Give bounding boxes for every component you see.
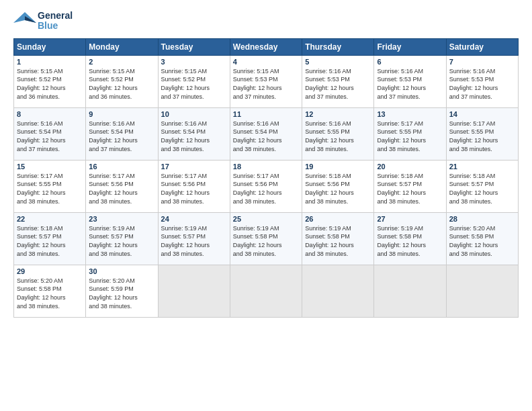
day-number: 3 (161, 58, 227, 66)
day-info: Sunrise: 5:15 AM Sunset: 5:52 PM Dayligh… (89, 67, 154, 101)
day-number: 9 (89, 110, 154, 118)
day-number: 17 (161, 163, 227, 171)
calendar-cell: 13Sunrise: 5:17 AM Sunset: 5:55 PM Dayli… (374, 107, 446, 160)
calendar-cell (302, 265, 374, 317)
svg-marker-1 (25, 16, 36, 23)
calendar-header-row: SundayMondayTuesdayWednesdayThursdayFrid… (14, 38, 519, 55)
weekday-header-wednesday: Wednesday (230, 38, 302, 55)
day-number: 14 (449, 110, 515, 118)
day-info: Sunrise: 5:18 AM Sunset: 5:57 PM Dayligh… (17, 224, 83, 258)
calendar-cell: 10Sunrise: 5:16 AM Sunset: 5:54 PM Dayli… (158, 107, 230, 160)
calendar-week-4: 22Sunrise: 5:18 AM Sunset: 5:57 PM Dayli… (14, 212, 519, 265)
day-info: Sunrise: 5:17 AM Sunset: 5:56 PM Dayligh… (161, 172, 227, 205)
day-info: Sunrise: 5:15 AM Sunset: 5:53 PM Dayligh… (233, 67, 299, 101)
day-number: 1 (17, 58, 83, 66)
calendar-week-5: 29Sunrise: 5:20 AM Sunset: 5:58 PM Dayli… (14, 265, 519, 317)
calendar-cell: 28Sunrise: 5:20 AM Sunset: 5:58 PM Dayli… (446, 212, 518, 265)
day-number: 4 (233, 58, 299, 66)
day-info: Sunrise: 5:19 AM Sunset: 5:57 PM Dayligh… (161, 224, 227, 258)
day-info: Sunrise: 5:17 AM Sunset: 5:55 PM Dayligh… (17, 172, 83, 205)
day-info: Sunrise: 5:19 AM Sunset: 5:57 PM Dayligh… (89, 224, 154, 258)
calendar-cell: 1Sunrise: 5:15 AM Sunset: 5:52 PM Daylig… (14, 55, 86, 107)
day-number: 30 (89, 267, 154, 275)
calendar-week-3: 15Sunrise: 5:17 AM Sunset: 5:55 PM Dayli… (14, 160, 519, 212)
day-info: Sunrise: 5:17 AM Sunset: 5:56 PM Dayligh… (89, 172, 154, 205)
day-number: 23 (89, 215, 154, 223)
day-number: 19 (305, 163, 371, 171)
calendar-cell: 15Sunrise: 5:17 AM Sunset: 5:55 PM Dayli… (14, 160, 86, 212)
calendar-cell: 3Sunrise: 5:15 AM Sunset: 5:52 PM Daylig… (158, 55, 230, 107)
calendar-cell: 5Sunrise: 5:16 AM Sunset: 5:53 PM Daylig… (302, 55, 374, 107)
day-number: 28 (449, 215, 515, 223)
day-number: 24 (161, 215, 227, 223)
day-info: Sunrise: 5:16 AM Sunset: 5:55 PM Dayligh… (305, 120, 371, 153)
day-info: Sunrise: 5:16 AM Sunset: 5:54 PM Dayligh… (17, 120, 83, 153)
day-number: 10 (161, 110, 227, 118)
calendar-cell: 4Sunrise: 5:15 AM Sunset: 5:53 PM Daylig… (230, 55, 302, 107)
calendar-cell: 23Sunrise: 5:19 AM Sunset: 5:57 PM Dayli… (86, 212, 158, 265)
calendar-cell: 8Sunrise: 5:16 AM Sunset: 5:54 PM Daylig… (14, 107, 86, 160)
calendar-cell: 7Sunrise: 5:16 AM Sunset: 5:53 PM Daylig… (446, 55, 518, 107)
calendar-cell: 22Sunrise: 5:18 AM Sunset: 5:57 PM Dayli… (14, 212, 86, 265)
logo-bird-icon (13, 11, 36, 31)
calendar-cell: 19Sunrise: 5:18 AM Sunset: 5:56 PM Dayli… (302, 160, 374, 212)
logo-blue: Blue (38, 21, 73, 31)
day-number: 15 (17, 163, 83, 171)
calendar-week-2: 8Sunrise: 5:16 AM Sunset: 5:54 PM Daylig… (14, 107, 519, 160)
weekday-header-sunday: Sunday (14, 38, 86, 55)
day-number: 16 (89, 163, 154, 171)
day-number: 25 (233, 215, 299, 223)
day-info: Sunrise: 5:16 AM Sunset: 5:54 PM Dayligh… (161, 120, 227, 153)
calendar-cell: 24Sunrise: 5:19 AM Sunset: 5:57 PM Dayli… (158, 212, 230, 265)
calendar-cell (158, 265, 230, 317)
day-info: Sunrise: 5:16 AM Sunset: 5:53 PM Dayligh… (377, 67, 443, 101)
day-info: Sunrise: 5:20 AM Sunset: 5:58 PM Dayligh… (17, 277, 83, 310)
calendar-cell: 16Sunrise: 5:17 AM Sunset: 5:56 PM Dayli… (86, 160, 158, 212)
calendar-cell (446, 265, 518, 317)
day-info: Sunrise: 5:18 AM Sunset: 5:57 PM Dayligh… (377, 172, 443, 205)
day-number: 26 (305, 215, 371, 223)
page: General Blue SundayMondayTuesdayWednesda… (0, 0, 532, 411)
day-info: Sunrise: 5:15 AM Sunset: 5:52 PM Dayligh… (161, 67, 227, 101)
day-number: 8 (17, 110, 83, 118)
calendar-cell: 11Sunrise: 5:16 AM Sunset: 5:54 PM Dayli… (230, 107, 302, 160)
calendar-cell: 29Sunrise: 5:20 AM Sunset: 5:58 PM Dayli… (14, 265, 86, 317)
day-number: 21 (449, 163, 515, 171)
day-number: 6 (377, 58, 443, 66)
header: General Blue (13, 11, 519, 32)
calendar-cell: 26Sunrise: 5:19 AM Sunset: 5:58 PM Dayli… (302, 212, 374, 265)
day-number: 12 (305, 110, 371, 118)
weekday-header-tuesday: Tuesday (158, 38, 230, 55)
day-info: Sunrise: 5:16 AM Sunset: 5:53 PM Dayligh… (449, 67, 515, 101)
day-number: 27 (377, 215, 443, 223)
calendar-cell: 18Sunrise: 5:17 AM Sunset: 5:56 PM Dayli… (230, 160, 302, 212)
calendar-cell: 21Sunrise: 5:18 AM Sunset: 5:57 PM Dayli… (446, 160, 518, 212)
calendar-cell: 17Sunrise: 5:17 AM Sunset: 5:56 PM Dayli… (158, 160, 230, 212)
calendar-cell: 6Sunrise: 5:16 AM Sunset: 5:53 PM Daylig… (374, 55, 446, 107)
day-number: 18 (233, 163, 299, 171)
calendar-cell (374, 265, 446, 317)
calendar-cell: 30Sunrise: 5:20 AM Sunset: 5:59 PM Dayli… (86, 265, 158, 317)
day-number: 20 (377, 163, 443, 171)
weekday-header-monday: Monday (86, 38, 158, 55)
calendar-cell: 12Sunrise: 5:16 AM Sunset: 5:55 PM Dayli… (302, 107, 374, 160)
logo-general: General (38, 11, 73, 21)
day-info: Sunrise: 5:16 AM Sunset: 5:54 PM Dayligh… (89, 120, 154, 153)
day-info: Sunrise: 5:16 AM Sunset: 5:53 PM Dayligh… (305, 67, 371, 101)
day-info: Sunrise: 5:16 AM Sunset: 5:54 PM Dayligh… (233, 120, 299, 153)
day-info: Sunrise: 5:20 AM Sunset: 5:58 PM Dayligh… (449, 224, 515, 258)
day-number: 13 (377, 110, 443, 118)
calendar-cell: 2Sunrise: 5:15 AM Sunset: 5:52 PM Daylig… (86, 55, 158, 107)
day-info: Sunrise: 5:17 AM Sunset: 5:55 PM Dayligh… (377, 120, 443, 153)
calendar-cell: 9Sunrise: 5:16 AM Sunset: 5:54 PM Daylig… (86, 107, 158, 160)
calendar-cell: 20Sunrise: 5:18 AM Sunset: 5:57 PM Dayli… (374, 160, 446, 212)
calendar-cell: 27Sunrise: 5:19 AM Sunset: 5:58 PM Dayli… (374, 212, 446, 265)
day-info: Sunrise: 5:17 AM Sunset: 5:55 PM Dayligh… (449, 120, 515, 153)
day-number: 11 (233, 110, 299, 118)
day-info: Sunrise: 5:19 AM Sunset: 5:58 PM Dayligh… (305, 224, 371, 258)
weekday-header-friday: Friday (374, 38, 446, 55)
calendar-cell (230, 265, 302, 317)
calendar-table: SundayMondayTuesdayWednesdayThursdayFrid… (13, 38, 519, 318)
calendar-cell: 14Sunrise: 5:17 AM Sunset: 5:55 PM Dayli… (446, 107, 518, 160)
day-number: 2 (89, 58, 154, 66)
